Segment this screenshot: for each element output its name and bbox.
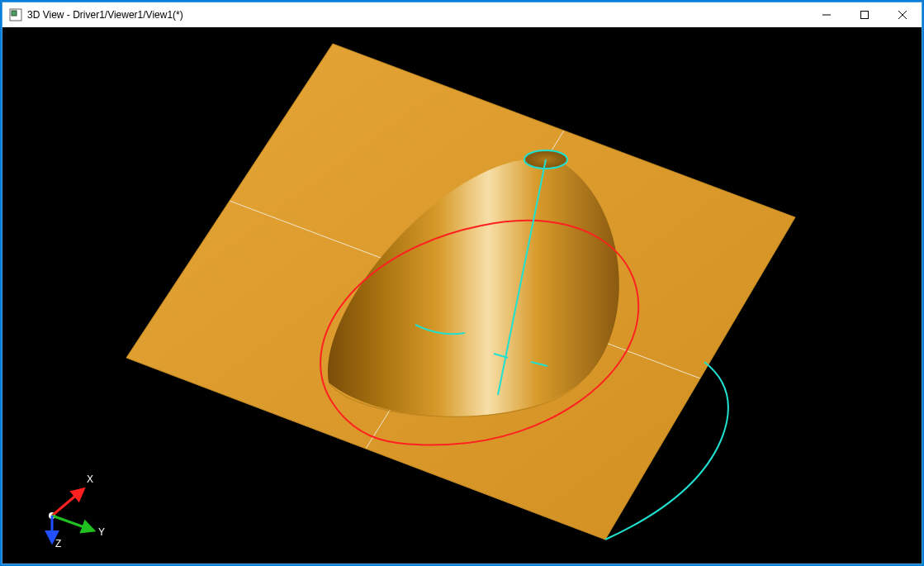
minimize-button[interactable] — [808, 2, 846, 27]
svg-rect-2 — [861, 12, 869, 19]
maximize-button[interactable] — [846, 2, 884, 27]
app-icon — [9, 8, 22, 21]
window-title: 3D View - Driver1/Viewer1/View1(*) — [27, 9, 183, 21]
close-button[interactable] — [884, 2, 922, 27]
scene-svg — [2, 27, 922, 564]
titlebar[interactable]: 3D View - Driver1/Viewer1/View1(*) — [2, 2, 922, 28]
svg-rect-1 — [12, 11, 17, 16]
app-window: 3D View - Driver1/Viewer1/View1(*) — [2, 2, 922, 564]
3d-viewport[interactable]: X Y Z — [2, 27, 922, 564]
